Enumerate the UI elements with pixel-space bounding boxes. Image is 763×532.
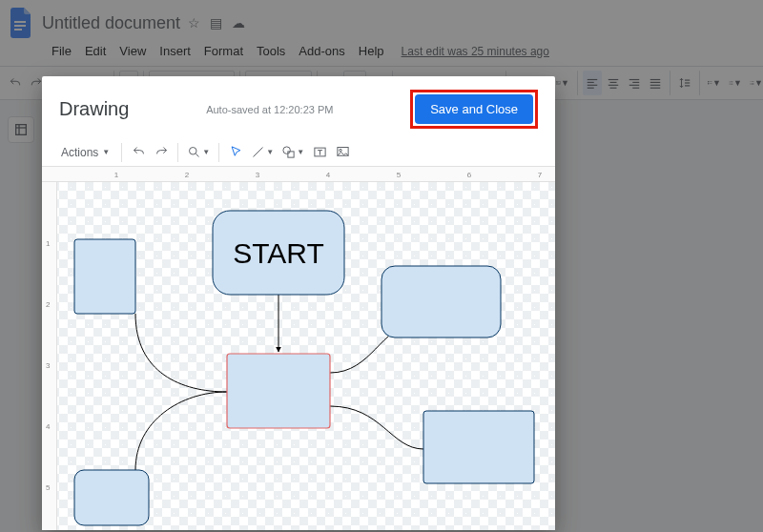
drawing-ruler-v: 1 2 3 4 5 (42, 182, 57, 530)
textbox-tool-icon[interactable] (309, 141, 330, 164)
svg-line-57 (254, 148, 263, 157)
shape-rect-right-top[interactable] (382, 266, 501, 338)
save-and-close-button[interactable]: Save and Close (415, 94, 533, 124)
shape-rect-center-selected[interactable] (227, 354, 330, 428)
connector-curve[interactable] (135, 314, 227, 392)
undo-icon[interactable] (128, 141, 149, 164)
connector-curve[interactable] (135, 392, 227, 470)
line-tool-icon[interactable]: ▼ (248, 141, 277, 164)
dialog-title: Drawing (59, 98, 129, 120)
connector-curve[interactable] (330, 406, 423, 449)
shape-rect-right-bottom[interactable] (423, 411, 534, 483)
svg-rect-59 (288, 152, 294, 157)
zoom-icon[interactable]: ▼ (184, 141, 213, 164)
drawing-ruler-h: 1 2 3 4 5 6 7 (42, 167, 555, 182)
drawing-dialog: Drawing Auto-saved at 12:20:23 PM Save a… (42, 76, 555, 530)
shape-tool-icon[interactable]: ▼ (278, 141, 307, 164)
actions-menu[interactable]: Actions▼ (55, 141, 115, 164)
svg-line-56 (196, 153, 199, 156)
redo-icon[interactable] (151, 141, 172, 164)
autosave-status: Auto-saved at 12:20:23 PM (206, 104, 333, 115)
shape-rect-left-bottom[interactable] (74, 470, 149, 525)
shape-rect-left-top[interactable] (74, 239, 135, 314)
svg-point-58 (283, 147, 291, 154)
svg-point-62 (339, 149, 341, 152)
drawing-toolbar: Actions▼ ▼ ▼ ▼ (42, 138, 555, 167)
drawing-svg: START (57, 182, 555, 530)
drawing-canvas[interactable]: 1 2 3 4 5 START (42, 182, 555, 530)
image-tool-icon[interactable] (332, 141, 353, 164)
svg-point-55 (190, 148, 197, 155)
save-close-highlight: Save and Close (410, 90, 538, 129)
shape-start-label: START (233, 237, 324, 269)
select-tool-icon[interactable] (225, 141, 246, 164)
